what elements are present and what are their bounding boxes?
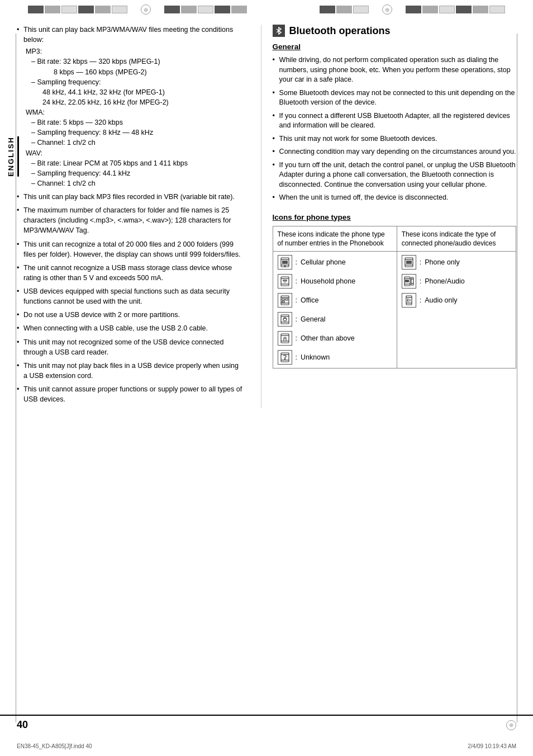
icon-colon: :: [296, 334, 297, 342]
wma-details: – Bit rate: 5 kbps — 320 kbps – Sampling…: [26, 117, 244, 148]
main-content: ENGLISH This unit can play back MP3/WMA/…: [0, 19, 533, 419]
bar-seg: [164, 6, 180, 13]
cellular-phone-label: Cellular phone: [301, 258, 346, 266]
list-item: When the unit is turned off, the device …: [273, 193, 516, 203]
right-border-line: [517, 34, 517, 722]
list-item: – Sampling frequency: 8 kHz — 48 kHz: [31, 127, 244, 138]
left-column: ENGLISH This unit can play back MP3/WMA/…: [17, 25, 255, 408]
icon-colon: :: [420, 296, 421, 304]
icon-colon: :: [420, 277, 421, 285]
list-item: While driving, do not perform complicate…: [273, 55, 516, 85]
icon-colon: :: [296, 296, 297, 304]
bluetooth-header: Bluetooth operations: [273, 25, 516, 37]
table-cell-right: : Phone only: [397, 251, 516, 368]
audio-only-icon: [402, 293, 416, 308]
list-item: This unit can play back MP3 files record…: [17, 192, 244, 202]
table-col1-header: These icons indicate the phone type of n…: [273, 226, 397, 251]
top-registration-row: ⊕ ⊕: [0, 0, 533, 19]
bar-seg: [231, 6, 247, 13]
category-wav: WAV:: [26, 148, 244, 158]
icon-colon: :: [420, 258, 421, 266]
icon-colon: :: [296, 258, 297, 266]
phone-only-label: Phone only: [425, 258, 460, 266]
bar-seg: [95, 6, 111, 13]
icon-colon: :: [296, 353, 297, 361]
list-item: This unit may not recognized some of the…: [17, 337, 244, 357]
bar-seg: [473, 6, 488, 13]
unknown-phone-icon: [278, 350, 292, 365]
list-item: This unit can play back MP3/WMA/WAV file…: [17, 25, 244, 188]
list-item: This unit may not work for some Bluetoot…: [273, 134, 516, 144]
svg-point-26: [284, 358, 285, 359]
list-item: – Channel: 1 ch/2 ch: [31, 178, 244, 188]
bar-seg: [61, 6, 77, 13]
icon-row-other: : Other than above: [278, 331, 392, 346]
office-phone-icon: [278, 293, 292, 308]
bullet-text: This unit can play back MP3/WMA/WAV file…: [23, 26, 233, 44]
bar-seg: [336, 6, 352, 13]
cellular-phone-icon: [278, 255, 292, 270]
office-phone-label: Office: [301, 296, 318, 304]
bar-seg: [198, 6, 213, 13]
bar-seg: [439, 6, 455, 13]
category-mp3: MP3:: [26, 46, 244, 56]
column-divider: [261, 25, 261, 408]
icon-row-general: : General: [278, 312, 392, 327]
list-item: Some Bluetooth devices may not be connec…: [273, 88, 516, 108]
left-bullet-list: This unit can play back MP3/WMA/WAV file…: [17, 25, 244, 404]
bar-seg: [45, 6, 60, 13]
bar-seg: [28, 6, 44, 13]
mp3-details: – Bit rate: 32 kbps — 320 kbps (MPEG-1) …: [26, 56, 244, 107]
svg-rect-22: [284, 339, 285, 341]
general-phone-label: General: [301, 315, 325, 323]
list-item: If you turn off the unit, detach the con…: [273, 160, 516, 190]
general-bullet-list: While driving, do not perform complicate…: [273, 55, 516, 203]
registration-mark: ⊕: [382, 4, 392, 15]
right-bar-strip: ⊕: [320, 4, 505, 15]
list-item: The maximum number of characters for fol…: [17, 205, 244, 235]
list-item: – Bit rate: 5 kbps — 320 kbps: [31, 117, 244, 127]
list-item: – Bit rate: Linear PCM at 705 kbps and 1…: [31, 158, 244, 168]
icons-title: Icons for phone types: [273, 213, 516, 221]
phone-audio-icon: [402, 274, 416, 289]
footer-left: EN38-45_KD-A805[J]f.indd 40: [17, 743, 92, 749]
other-phone-icon: [278, 331, 292, 346]
list-item: Connecting condition may vary depending …: [273, 147, 516, 157]
list-item: – Channel: 1 ch/2 ch: [31, 138, 244, 148]
audio-only-label: Audio only: [425, 296, 457, 304]
list-item: When connecting with a USB cable, use th…: [17, 323, 244, 333]
list-item: If you connect a different USB Bluetooth…: [273, 111, 516, 131]
icon-colon: :: [296, 277, 297, 285]
icon-row-cellular: : Cellular phone: [278, 255, 392, 270]
page-number: 40: [17, 719, 28, 731]
icon-row-household: : Household phone: [278, 274, 392, 289]
table-col2-header: These icons indicate the type of connect…: [397, 226, 516, 251]
icon-row-audio-only: : Audio only: [402, 293, 511, 308]
bar-seg: [181, 6, 197, 13]
list-item: 24 kHz, 22.05 kHz, 16 kHz (for MPEG-2): [31, 97, 244, 107]
unknown-phone-label: Unknown: [301, 353, 330, 361]
left-bar-strip: ⊕: [28, 4, 247, 15]
svg-rect-14: [282, 301, 284, 303]
list-item: This unit can recognize a total of 20 00…: [17, 239, 244, 259]
icon-row-phone-only: : Phone only: [402, 255, 511, 270]
svg-rect-30: [406, 261, 412, 264]
bluetooth-icon-box: [273, 25, 285, 37]
svg-rect-4: [282, 261, 288, 264]
bottom-reg-mark: ⊕: [506, 720, 516, 730]
table-cell-left: : Cellular phone: [273, 251, 397, 368]
bar-seg: [112, 6, 127, 13]
bar-seg: [353, 6, 369, 13]
icons-table: These icons indicate the phone type of n…: [273, 226, 516, 368]
list-item: This unit may not play back files in a U…: [17, 361, 244, 381]
bottom-bar: 40 ⊕: [0, 715, 533, 731]
list-item: – Sampling frequency: 44.1 kHz: [31, 168, 244, 178]
bottom-registration-mark: ⊕: [506, 720, 516, 730]
bluetooth-icon: [275, 27, 283, 35]
bar-seg: [456, 6, 472, 13]
phone-only-icon: [402, 255, 416, 270]
icon-colon: :: [296, 315, 297, 323]
bar-seg: [489, 6, 505, 13]
icon-row-office: : Office: [278, 293, 392, 308]
svg-rect-34: [405, 280, 409, 282]
